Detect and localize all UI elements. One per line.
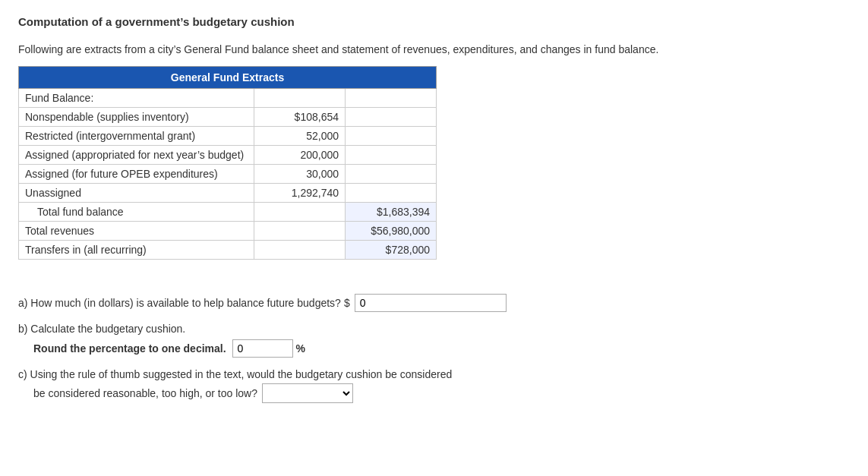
table-cell-amount2 <box>346 184 437 203</box>
question-c-dropdown[interactable]: reasonabletoo hightoo low <box>262 383 353 403</box>
table-row: Restricted (intergovernmental grant)52,0… <box>19 127 437 146</box>
table-cell-amount2 <box>346 89 437 108</box>
table-cell-label: Assigned (for future OPEB expenditures) <box>19 165 254 184</box>
table-cell-label: Nonspendable (supplies inventory) <box>19 108 254 127</box>
table-row: Transfers in (all recurring)$728,000 <box>19 241 437 260</box>
question-c: c) Using the rule of thumb suggested in … <box>18 368 850 403</box>
table-header: General Fund Extracts <box>19 67 437 89</box>
table-row: Assigned (appropriated for next year’s b… <box>19 146 437 165</box>
question-b-label: b) Calculate the budgetary cushion. <box>18 323 850 335</box>
percent-sign: % <box>296 342 305 355</box>
table-cell-amount2 <box>346 127 437 146</box>
round-note-text: Round the percentage to one decimal. <box>33 342 226 355</box>
table-cell-amount1 <box>254 222 346 241</box>
dollar-sign-a: $ <box>344 297 350 309</box>
table-cell-label: Fund Balance: <box>19 89 254 108</box>
table-cell-amount1: 30,000 <box>254 165 346 184</box>
question-a: a) How much (in dollars) is available to… <box>18 294 850 312</box>
question-b-input[interactable] <box>232 339 293 358</box>
table-cell-amount1: 200,000 <box>254 146 346 165</box>
table-cell-amount2: $56,980,000 <box>346 222 437 241</box>
table-cell-amount2: $1,683,394 <box>346 203 437 222</box>
table-row: Total revenues$56,980,000 <box>19 222 437 241</box>
question-b-text: b) Calculate the budgetary cushion. <box>18 323 185 335</box>
question-a-text: a) How much (in dollars) is available to… <box>18 297 341 309</box>
question-c-line2-text: be considered reasonable, too high, or t… <box>33 387 257 399</box>
question-c-line2: be considered reasonable, too high, or t… <box>18 383 850 403</box>
page-title: Computation of a government’s budgetary … <box>18 15 850 28</box>
table-row: Total fund balance$1,683,394 <box>19 203 437 222</box>
table-cell-label: Unassigned <box>19 184 254 203</box>
questions-section: a) How much (in dollars) is available to… <box>18 294 850 403</box>
table-cell-label: Total fund balance <box>19 203 254 222</box>
table-cell-amount1 <box>254 89 346 108</box>
table-row: Unassigned1,292,740 <box>19 184 437 203</box>
table-cell-amount2 <box>346 146 437 165</box>
table-cell-amount1 <box>254 203 346 222</box>
table-cell-amount2 <box>346 165 437 184</box>
question-a-input[interactable] <box>355 294 507 312</box>
question-c-line1: c) Using the rule of thumb suggested in … <box>18 368 850 380</box>
table-cell-label: Restricted (intergovernmental grant) <box>19 127 254 146</box>
table-cell-label: Assigned (appropriated for next year’s b… <box>19 146 254 165</box>
question-b-round-section: Round the percentage to one decimal. % <box>18 339 850 358</box>
general-fund-table: General Fund Extracts Fund Balance:Nonsp… <box>18 66 437 260</box>
table-cell-amount1: 52,000 <box>254 127 346 146</box>
intro-text: Following are extracts from a city’s Gen… <box>18 43 850 55</box>
table-cell-label: Total revenues <box>19 222 254 241</box>
table-cell-amount1 <box>254 241 346 260</box>
table-cell-label: Transfers in (all recurring) <box>19 241 254 260</box>
table-row: Fund Balance: <box>19 89 437 108</box>
table-cell-amount1: $108,654 <box>254 108 346 127</box>
table-cell-amount2: $728,000 <box>346 241 437 260</box>
table-row: Nonspendable (supplies inventory)$108,65… <box>19 108 437 127</box>
table-cell-amount1: 1,292,740 <box>254 184 346 203</box>
table-row: Assigned (for future OPEB expenditures)3… <box>19 165 437 184</box>
table-cell-amount2 <box>346 108 437 127</box>
